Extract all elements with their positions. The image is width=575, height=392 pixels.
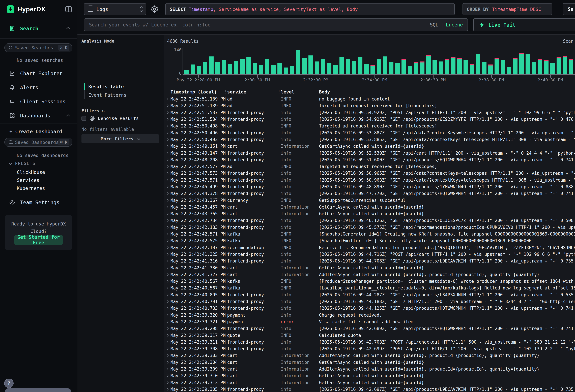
table-row[interactable]: May 22 2:42:39.309 PMcartInformationAddI…	[164, 366, 575, 372]
histogram-bar[interactable]	[253, 63, 257, 74]
presets-toggle[interactable]: PRESETS	[9, 161, 36, 166]
histogram-bar[interactable]	[532, 62, 536, 74]
row-expand-icon[interactable]	[166, 111, 169, 114]
sidebar-collapse-icon[interactable]	[65, 6, 72, 12]
histogram-bar[interactable]	[321, 59, 325, 74]
histogram-bar[interactable]	[364, 64, 369, 74]
histogram-bar[interactable]	[451, 57, 455, 74]
row-expand-icon[interactable]	[166, 131, 169, 134]
histogram-bar[interactable]	[544, 60, 549, 74]
histogram-bar[interactable]	[333, 65, 338, 74]
row-expand-icon[interactable]	[166, 327, 169, 330]
table-row[interactable]: May 22 2:42:40.895 PMfrontend-proxyinfo[…	[164, 292, 575, 298]
histogram-bar[interactable]	[370, 65, 375, 74]
histogram-bar[interactable]	[327, 63, 332, 74]
table-row[interactable]: May 22 2:42:42.575 PMkafkaINFO[SnapshotE…	[164, 237, 575, 244]
row-expand-icon[interactable]	[166, 273, 169, 276]
denoise-results-toggle[interactable]: Denoise Results	[81, 116, 139, 121]
histogram-bar[interactable]	[488, 65, 493, 74]
row-expand-icon[interactable]	[166, 361, 169, 364]
preset-dashboard-link[interactable]: Services	[17, 178, 39, 183]
table-row[interactable]: May 22 2:42:39.308 PMfrontend-proxyinfo[…	[164, 346, 575, 352]
row-expand-icon[interactable]	[166, 388, 169, 391]
lucene-option[interactable]: Lucene	[446, 22, 463, 28]
row-expand-icon[interactable]	[166, 347, 169, 350]
histogram-bar[interactable]	[284, 68, 288, 74]
row-expand-icon[interactable]	[166, 280, 169, 283]
table-row[interactable]: May 22 2:42:43.457 PMcartInformationGetC…	[164, 204, 575, 210]
histogram-bar[interactable]	[346, 59, 350, 74]
table-row[interactable]: May 22 2:42:47.573 PMfrontend-proxyinfo[…	[164, 170, 575, 177]
histogram-bar[interactable]	[216, 62, 220, 74]
table-row[interactable]: May 22 2:42:51.139 PMadINFOno baggage fo…	[164, 96, 575, 102]
table-row[interactable]: May 22 2:42:50.493 PMfrontend-proxyinfo[…	[164, 136, 575, 143]
histogram-bar[interactable]	[550, 63, 555, 74]
table-row[interactable]: May 22 2:42:49.151 PMcartInformationGetC…	[164, 143, 575, 150]
row-expand-icon[interactable]	[166, 374, 169, 377]
sidebar-item-client-sessions[interactable]: Client Sessions	[0, 96, 77, 107]
histogram-bar[interactable]	[296, 49, 300, 74]
row-expand-icon[interactable]	[166, 233, 169, 235]
histogram-bar[interactable]	[563, 56, 567, 74]
histogram-bar[interactable]	[476, 54, 480, 74]
sidebar-item-chart-explorer[interactable]: Chart Explorer	[0, 68, 77, 78]
table-row[interactable]: May 22 2:42:51.534 PMfrontend-proxyinfo[…	[164, 116, 575, 123]
histogram-bar[interactable]	[259, 65, 263, 74]
histogram-bar[interactable]	[432, 60, 437, 74]
row-expand-icon[interactable]	[166, 341, 169, 344]
histogram-bar[interactable]	[184, 70, 189, 74]
row-expand-icon[interactable]	[166, 138, 169, 141]
row-expand-icon[interactable]	[166, 158, 169, 161]
table-row[interactable]: May 22 2:42:43.365 PMcartInformationGetC…	[164, 210, 575, 217]
table-row[interactable]: May 22 2:42:39.313 PMcartInformationGetC…	[164, 379, 575, 386]
table-row[interactable]: May 22 2:42:42.571 PMkafkaINFO[SnapshotG…	[164, 231, 575, 237]
row-expand-icon[interactable]	[166, 260, 169, 262]
histogram-bar[interactable]	[439, 62, 443, 74]
histogram-bar[interactable]	[414, 62, 418, 74]
event-search-input[interactable]: Search your events w/ Lucene ex. column:…	[84, 19, 468, 31]
get-started-button[interactable]: Get Started for Free	[14, 235, 63, 245]
histogram-bar[interactable]	[538, 59, 542, 74]
table-row[interactable]: May 22 2:42:41.316 PMfrontend-proxyinfo[…	[164, 258, 575, 264]
row-expand-icon[interactable]	[166, 368, 169, 370]
histogram-bar[interactable]	[495, 58, 499, 74]
histogram-bar[interactable]	[389, 62, 393, 74]
query-language-toggle[interactable]: SQL|Lucene	[430, 22, 463, 28]
row-expand-icon[interactable]	[166, 226, 169, 229]
histogram-bar[interactable]	[290, 66, 294, 74]
row-expand-icon[interactable]	[166, 293, 169, 296]
table-row[interactable]: May 22 2:42:45.499 PMfrontend-proxyinfo[…	[164, 184, 575, 190]
table-row[interactable]: May 22 2:42:47.571 PMfrontend-proxyinfo[…	[164, 177, 575, 184]
table-row[interactable]: May 22 2:42:39.317 PMquoteINFOCalculated…	[164, 332, 575, 339]
histogram-bar[interactable]	[445, 59, 449, 74]
denoise-checkbox[interactable]	[81, 116, 86, 121]
table-row[interactable]: May 22 2:42:40.567 PMkafkaINFO[LocalLog …	[164, 285, 575, 291]
more-filters-button[interactable]: More filters	[81, 134, 159, 143]
table-row[interactable]: May 22 2:42:48.208 PMfrontend-proxyinfo[…	[164, 157, 575, 163]
histogram-bar[interactable]	[513, 58, 518, 74]
histogram-bar[interactable]	[383, 56, 387, 74]
histogram-bar[interactable]	[222, 60, 226, 74]
row-expand-icon[interactable]	[166, 320, 169, 323]
column-header-service[interactable]: service	[227, 89, 281, 94]
row-expand-icon[interactable]	[166, 300, 169, 303]
preset-dashboard-link[interactable]: Kubernetes	[17, 186, 45, 191]
table-row[interactable]: May 22 2:42:39.305 PMfrontend-proxyinfo[…	[164, 386, 575, 392]
row-expand-icon[interactable]	[166, 287, 169, 289]
row-expand-icon[interactable]	[166, 253, 169, 256]
table-row[interactable]: May 22 2:42:40.733 PMfrontend-proxyinfo[…	[164, 305, 575, 312]
histogram-bar[interactable]	[352, 61, 356, 74]
sidebar-item-team-settings[interactable]: Team Settings	[0, 197, 77, 208]
sidebar-item-dashboards[interactable]: Dashboards	[0, 111, 77, 121]
row-expand-icon[interactable]	[166, 98, 169, 100]
histogram-bar[interactable]	[271, 65, 276, 74]
table-row[interactable]: May 22 2:42:42.187 PMrecommendationINFOR…	[164, 244, 575, 251]
table-row[interactable]: May 22 2:42:51.537 PMfrontend-proxyinfo[…	[164, 109, 575, 116]
histogram-bar[interactable]	[426, 55, 431, 74]
table-row[interactable]: May 22 2:42:39.311 PMfrontend-proxyinfo[…	[164, 339, 575, 346]
column-resize-handle[interactable]: ⋮	[277, 89, 281, 94]
row-expand-icon[interactable]	[166, 199, 169, 202]
table-row[interactable]: May 22 2:42:44.378 PMfrontend-proxyinfo[…	[164, 190, 575, 197]
histogram-bar[interactable]	[246, 57, 251, 74]
histogram-bar[interactable]	[402, 59, 406, 74]
